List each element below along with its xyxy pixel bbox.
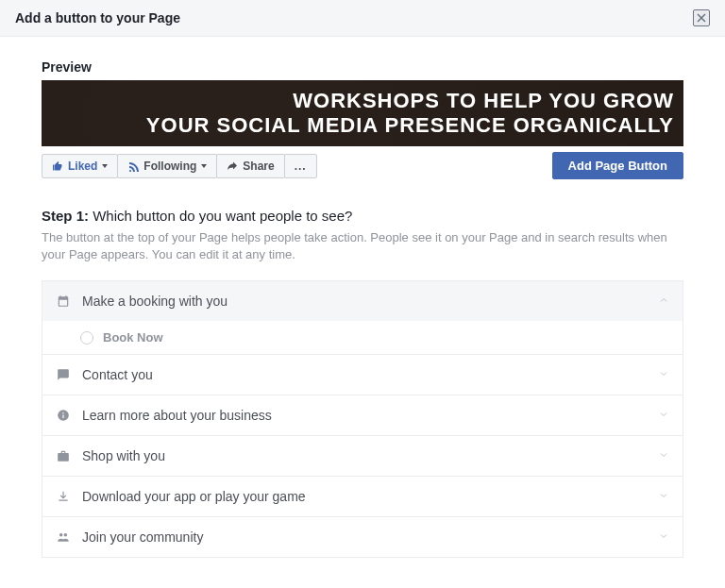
preview-actions-row: Liked Following Share ... Add Page Butto…	[42, 152, 683, 179]
accordion-label: Learn more about your business	[82, 408, 272, 423]
accordion-label: Contact you	[82, 367, 153, 382]
share-icon	[227, 160, 238, 172]
accordion-item: Learn more about your business	[42, 395, 683, 435]
download-icon	[56, 489, 71, 504]
more-button[interactable]: ...	[284, 154, 317, 178]
button-type-accordion: Make a book­ing with youBook NowContact …	[42, 280, 683, 558]
cover-text: WORKSHOPS TO HELP YOU GROW YOUR SOCIAL M…	[146, 89, 674, 139]
accordion-header[interactable]: Contact you	[42, 355, 683, 395]
accordion-item: Download your app or play your game	[42, 476, 683, 516]
share-button[interactable]: Share	[216, 154, 284, 178]
dialog-content: Preview WORKSHOPS TO HELP YOU GROW YOUR …	[0, 37, 725, 580]
chevron-down-icon	[658, 529, 669, 546]
caret-down-icon	[102, 164, 108, 168]
accordion-header[interactable]: Shop with you	[42, 436, 683, 476]
group-icon	[56, 529, 71, 545]
ellipsis-icon: ...	[295, 160, 307, 173]
close-button[interactable]	[693, 9, 710, 26]
accordion-label: Download your app or play your game	[82, 489, 306, 504]
chevron-down-icon	[658, 488, 669, 505]
accordion-header[interactable]: Learn more about your business	[42, 395, 683, 435]
step-section: Step 1: Which button do you want people …	[42, 208, 683, 558]
step-description: The button at the top of your Page helps…	[42, 229, 683, 263]
chat-icon	[56, 367, 71, 382]
chevron-up-icon	[658, 293, 669, 310]
liked-button[interactable]: Liked	[42, 154, 118, 178]
caret-down-icon	[201, 164, 207, 168]
following-button[interactable]: Following	[117, 154, 217, 178]
chevron-down-icon	[658, 447, 669, 464]
radio-input[interactable]	[80, 331, 93, 344]
svg-point-1	[59, 533, 62, 537]
add-page-button[interactable]: Add Page Button	[552, 152, 683, 179]
close-icon	[697, 13, 706, 23]
rss-icon	[127, 160, 139, 172]
accordion-item: Contact you	[42, 354, 683, 395]
radio-option[interactable]: Book Now	[80, 330, 669, 344]
accordion-body: Book Now	[42, 321, 683, 354]
accordion-item: Shop with you	[42, 435, 683, 476]
thumbs-up-icon	[52, 160, 63, 172]
accordion-label: Shop with you	[82, 448, 165, 463]
calendar-icon	[56, 294, 71, 309]
accordion-item: Make a book­ing with youBook Now	[42, 281, 683, 354]
page-action-buttons: Liked Following Share ...	[42, 154, 317, 178]
accordion-header[interactable]: Make a book­ing with you	[42, 281, 683, 321]
dialog-header: Add a button to your Page	[0, 0, 725, 37]
svg-point-2	[64, 533, 68, 537]
bag-icon	[56, 448, 71, 463]
chevron-down-icon	[658, 407, 669, 424]
accordion-label: Join your community	[82, 529, 203, 545]
accordion-item: Join your community	[42, 516, 683, 557]
accordion-header[interactable]: Join your community	[42, 517, 683, 557]
step-title: Step 1: Which button do you want people …	[42, 208, 683, 224]
accordion-header[interactable]: Download your app or play your game	[42, 477, 683, 516]
radio-label: Book Now	[103, 330, 163, 344]
preview-label: Preview	[42, 59, 683, 75]
preview-cover-image: WORKSHOPS TO HELP YOU GROW YOUR SOCIAL M…	[42, 80, 683, 146]
info-icon	[56, 408, 71, 423]
dialog-title: Add a button to your Page	[15, 10, 180, 25]
accordion-label: Make a book­ing with you	[82, 294, 228, 309]
chevron-down-icon	[658, 366, 669, 383]
